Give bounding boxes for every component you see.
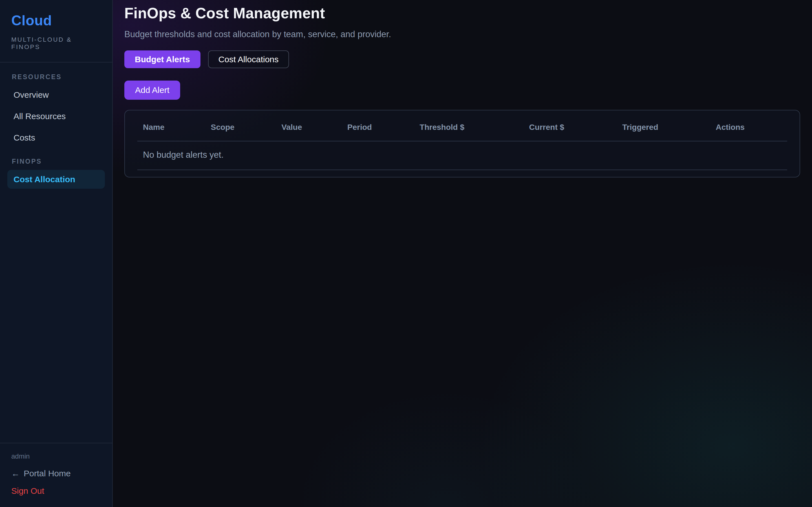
column-header-threshold: Threshold $: [414, 123, 523, 132]
sidebar-item-label: All Resources: [13, 112, 66, 121]
section-label-finops: FINOPS: [12, 158, 105, 165]
sidebar-item-label: Overview: [13, 90, 49, 100]
main-content: FinOps & Cost Management Budget threshol…: [113, 0, 812, 507]
portal-home-label: Portal Home: [24, 469, 71, 478]
column-header-value: Value: [276, 123, 342, 132]
add-alert-button[interactable]: Add Alert: [124, 80, 180, 100]
column-header-actions: Actions: [710, 123, 787, 132]
page-subtitle: Budget thresholds and cost allocation by…: [124, 29, 800, 40]
current-user-label: admin: [11, 452, 101, 460]
view-tabs: Budget Alerts Cost Allocations: [124, 50, 800, 68]
sidebar-spacer: [0, 191, 112, 443]
toolbar: Add Alert: [124, 68, 800, 100]
logo-block: Cloud MULTI-CLOUD & FINOPS: [0, 0, 112, 62]
column-header-name: Name: [137, 123, 205, 132]
tab-cost-allocations[interactable]: Cost Allocations: [208, 50, 289, 68]
table-empty-state: No budget alerts yet.: [137, 142, 787, 170]
back-arrow-icon: ←: [11, 469, 20, 478]
sidebar-item-overview[interactable]: Overview: [7, 86, 105, 104]
app-logo: Cloud: [11, 12, 101, 29]
sidebar-item-label: Costs: [13, 133, 35, 143]
budget-alerts-table-card: Name Scope Value Period Threshold $ Curr…: [124, 110, 800, 177]
sidebar-item-all-resources[interactable]: All Resources: [7, 107, 105, 126]
column-header-scope: Scope: [205, 123, 276, 132]
page-title: FinOps & Cost Management: [124, 4, 800, 22]
sidebar-item-label: Cost Allocation: [13, 175, 75, 184]
sidebar-item-cost-allocation[interactable]: Cost Allocation: [7, 170, 105, 189]
sign-out-link[interactable]: Sign Out: [11, 486, 101, 496]
table-header-row: Name Scope Value Period Threshold $ Curr…: [137, 123, 787, 142]
sidebar-nav: RESOURCES Overview All Resources Costs F…: [0, 62, 112, 191]
column-header-current: Current $: [523, 123, 617, 132]
sidebar-footer: admin ← Portal Home Sign Out: [0, 443, 112, 507]
section-label-resources: RESOURCES: [12, 73, 105, 81]
column-header-period: Period: [342, 123, 414, 132]
tab-budget-alerts[interactable]: Budget Alerts: [124, 50, 200, 68]
sidebar: Cloud MULTI-CLOUD & FINOPS RESOURCES Ove…: [0, 0, 113, 507]
column-header-triggered: Triggered: [617, 123, 710, 132]
sidebar-item-costs[interactable]: Costs: [7, 128, 105, 147]
app-tagline: MULTI-CLOUD & FINOPS: [11, 36, 101, 51]
portal-home-link[interactable]: ← Portal Home: [11, 469, 101, 478]
